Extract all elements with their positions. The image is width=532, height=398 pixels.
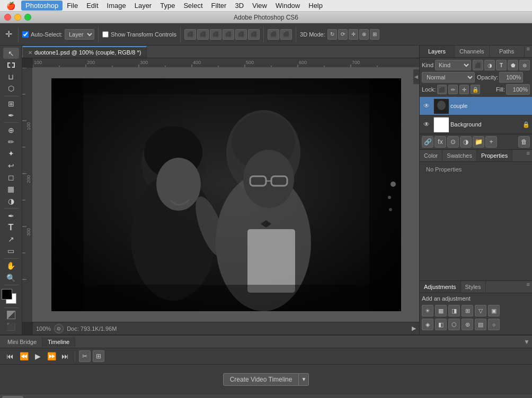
tab-swatches[interactable]: Swatches [442, 150, 477, 161]
close-button[interactable] [4, 14, 11, 21]
tab-paths[interactable]: Paths [490, 46, 525, 57]
lock-position-btn[interactable]: ✏ [448, 85, 458, 94]
lock-all-btn[interactable]: 🔒 [471, 85, 480, 94]
play-btn[interactable]: ▶ [32, 350, 43, 362]
doc-tab-duotone[interactable]: ✕ duotone1.psd @ 100% (couple, RGB/8 *) [22, 46, 147, 58]
align-bottom-btn[interactable]: ⬛ [248, 29, 260, 40]
adj-invert-btn[interactable]: ⟐ [488, 319, 500, 330]
menu-layer[interactable]: Layer [130, 1, 156, 11]
align-center-btn[interactable]: ⬛ [197, 29, 209, 40]
delete-layer-btn[interactable]: 🗑 [518, 136, 530, 148]
eyedropper-tool[interactable]: ✒ [3, 110, 19, 121]
adj-panel-menu[interactable]: ≡ [525, 281, 532, 293]
menu-select[interactable]: Select [179, 1, 207, 11]
3d-pan-btn[interactable]: ✛ [349, 29, 358, 40]
minimize-button[interactable] [14, 14, 21, 21]
hand-tool[interactable]: ✋ [3, 260, 19, 272]
tab-layers[interactable]: Layers [420, 46, 455, 57]
clone-stamp-tool[interactable]: ✦ [3, 148, 19, 159]
doc-tab-close-icon[interactable]: ✕ [28, 50, 32, 56]
status-indicator[interactable]: ⊙ [54, 324, 64, 333]
eraser-tool[interactable]: ◻ [3, 171, 19, 183]
adj-hsl-btn[interactable]: ▣ [488, 305, 500, 316]
opacity-input[interactable] [499, 72, 523, 83]
adj-bw-btn[interactable]: ◧ [435, 319, 447, 330]
panel-collapse-btn[interactable]: ◀ [413, 69, 419, 85]
adj-photo-btn[interactable]: ⬡ [448, 319, 460, 330]
gradient-tool[interactable]: ▦ [3, 184, 19, 195]
healing-brush-tool[interactable]: ⊕ [3, 124, 19, 135]
kind-type-icon[interactable]: T [496, 60, 507, 70]
menu-edit[interactable]: Edit [82, 1, 102, 11]
go-start-btn[interactable]: ⏮ [4, 350, 16, 362]
move-tool-icon[interactable]: ✛ [3, 28, 14, 40]
dodge-tool[interactable]: ◑ [3, 195, 19, 206]
tab-adjustments[interactable]: Adjustments [420, 281, 461, 293]
shape-tool[interactable]: ▭ [3, 246, 19, 257]
tab-properties[interactable]: Properties [477, 150, 512, 161]
tl-cut-btn[interactable]: ✂ [79, 350, 91, 362]
maximize-button[interactable] [24, 14, 31, 21]
align-right-btn[interactable]: ⬛ [210, 29, 221, 40]
3d-scale-btn[interactable]: ⊞ [370, 29, 379, 40]
tab-styles[interactable]: Styles [461, 281, 486, 293]
kind-pixel-icon[interactable]: ⬛ [473, 60, 483, 70]
tab-color[interactable]: Color [420, 150, 442, 161]
add-style-btn[interactable]: fx [435, 136, 446, 148]
new-adjustment-btn[interactable]: ◑ [460, 136, 472, 148]
add-mask-btn[interactable]: ⊙ [447, 136, 459, 148]
adj-vibrance-btn[interactable]: ▽ [475, 305, 486, 316]
step-fwd-btn[interactable]: ⏩ [46, 350, 57, 362]
apple-menu-icon[interactable]: 🍎 [0, 2, 21, 10]
pen-tool[interactable]: ✒ [3, 210, 19, 221]
adj-exposure-btn[interactable]: ⊞ [462, 305, 473, 316]
menu-filter[interactable]: Filter [207, 1, 231, 11]
layer-visibility-couple[interactable]: 👁 [422, 101, 431, 111]
tab-channels[interactable]: Channels [455, 46, 490, 57]
menu-file[interactable]: File [63, 1, 82, 11]
quick-mask-btn[interactable] [3, 309, 19, 320]
menu-image[interactable]: Image [103, 1, 130, 11]
lasso-tool[interactable]: ⊔ [3, 71, 19, 83]
crop-tool[interactable]: ⊞ [3, 98, 19, 109]
3d-slide-btn[interactable]: ⊕ [359, 29, 369, 40]
menu-3d[interactable]: 3D [230, 1, 248, 11]
tl-merge-btn[interactable]: ⊞ [93, 350, 104, 362]
3d-rotate-btn[interactable]: ↻ [327, 29, 337, 40]
panel-menu-icon[interactable]: ≡ [525, 46, 532, 57]
adj-brightness-btn[interactable]: ☀ [422, 305, 433, 316]
dist-h-btn[interactable]: ⬛ [268, 29, 279, 40]
bottom-panel-collapse[interactable]: ▼ [524, 338, 530, 346]
zoom-tool[interactable]: 🔍 [3, 272, 19, 283]
align-top-btn[interactable]: ⬛ [223, 29, 234, 40]
canvas-container[interactable] [33, 68, 419, 322]
align-middle-btn[interactable]: ⬛ [235, 29, 247, 40]
layer-visibility-background[interactable]: 👁 [422, 120, 431, 129]
go-end-btn[interactable]: ⏭ [59, 350, 71, 362]
dist-v-btn[interactable]: ⬛ [280, 29, 292, 40]
timeline-scrollbar[interactable] [0, 394, 532, 398]
kind-dropdown[interactable]: Kind [435, 60, 471, 70]
adj-channel-btn[interactable]: ⊛ [462, 319, 473, 330]
menu-window[interactable]: Window [271, 1, 304, 11]
menu-view[interactable]: View [248, 1, 271, 11]
layer-row-couple[interactable]: 👁 couple [420, 97, 532, 115]
tab-mini-bridge[interactable]: Mini Bridge [2, 337, 42, 347]
kind-shape-icon[interactable]: ⬟ [508, 60, 518, 70]
adj-colorbal-btn[interactable]: ◈ [422, 319, 433, 330]
blend-mode-dropdown[interactable]: Normal [422, 72, 475, 83]
auto-select-dropdown[interactable]: Layer [65, 29, 94, 40]
brush-tool[interactable]: ✏ [3, 137, 19, 148]
menu-photoshop[interactable]: Photoshop [21, 1, 63, 11]
layer-row-background[interactable]: 👁 Background 🔒 [420, 115, 532, 134]
quick-select-tool[interactable]: ⬡ [3, 83, 19, 94]
lock-pixels-btn[interactable]: ⬛ [437, 85, 447, 94]
menu-type[interactable]: Type [156, 1, 179, 11]
create-video-arrow-btn[interactable]: ▼ [299, 373, 309, 386]
navigator-arrow[interactable]: ▶ [412, 325, 416, 332]
step-back-btn[interactable]: ⏪ [18, 350, 30, 362]
adj-curves-btn[interactable]: ◨ [448, 305, 460, 316]
foreground-color-swatch[interactable] [2, 289, 12, 300]
lock-move-btn[interactable]: ✛ [459, 85, 469, 94]
path-select-tool[interactable]: ↗ [3, 234, 19, 245]
